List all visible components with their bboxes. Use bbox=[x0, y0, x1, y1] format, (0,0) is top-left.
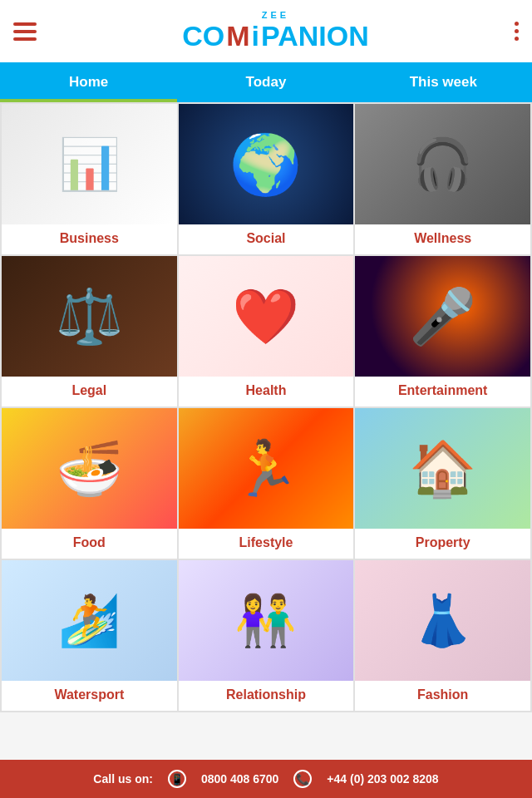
logo-figure-icon: i bbox=[252, 20, 259, 52]
category-image-lifestyle bbox=[179, 408, 354, 529]
category-label-watersport: Watersport bbox=[54, 681, 124, 711]
logo-zee-text: ZEE bbox=[182, 10, 369, 20]
tab-today[interactable]: Today bbox=[177, 62, 354, 102]
category-image-wellness bbox=[355, 104, 530, 224]
category-label-social: Social bbox=[246, 224, 285, 254]
category-label-food: Food bbox=[73, 529, 106, 559]
category-image-property bbox=[355, 408, 530, 529]
category-label-legal: Legal bbox=[71, 377, 106, 406]
category-label-lifestyle: Lifestyle bbox=[239, 529, 293, 559]
category-label-health: Health bbox=[246, 377, 287, 406]
category-image-relationship bbox=[179, 560, 354, 681]
category-label-fashion: Fashion bbox=[417, 681, 468, 711]
tab-home[interactable]: Home bbox=[0, 62, 177, 102]
category-image-watersport bbox=[2, 560, 177, 681]
category-label-relationship: Relationship bbox=[226, 681, 306, 711]
category-label-wellness: Wellness bbox=[414, 224, 471, 254]
menu-button[interactable] bbox=[13, 22, 37, 41]
footer-phone2[interactable]: +44 (0) 203 002 8208 bbox=[327, 772, 438, 786]
category-business[interactable]: Business bbox=[2, 104, 177, 254]
category-relationship[interactable]: Relationship bbox=[179, 560, 354, 711]
more-options-button[interactable] bbox=[515, 22, 519, 41]
category-image-fashion bbox=[355, 560, 530, 681]
category-label-property: Property bbox=[416, 529, 470, 559]
category-watersport[interactable]: Watersport bbox=[2, 560, 177, 711]
nav-tabs: Home Today This week bbox=[0, 62, 532, 102]
category-property[interactable]: Property bbox=[355, 408, 530, 559]
category-fashion[interactable]: Fashion bbox=[355, 560, 530, 711]
category-image-health bbox=[179, 256, 354, 377]
category-wellness[interactable]: Wellness bbox=[355, 104, 530, 254]
categories-grid: BusinessSocialWellnessLegalHealthEnterta… bbox=[0, 102, 532, 712]
category-health[interactable]: Health bbox=[179, 256, 354, 406]
category-image-legal bbox=[2, 256, 177, 377]
category-food[interactable]: Food bbox=[2, 408, 177, 559]
footer-call-us-label: Call us on: bbox=[93, 772, 153, 786]
category-image-food bbox=[2, 408, 177, 529]
logo-m: M bbox=[226, 20, 249, 52]
category-image-entertainment bbox=[355, 256, 530, 377]
mobile-phone-icon: 📱 bbox=[168, 770, 186, 788]
footer-call-bar: Call us on: 📱 0800 408 6700 📞 +44 (0) 20… bbox=[0, 760, 532, 798]
category-label-entertainment: Entertainment bbox=[398, 377, 488, 406]
category-social[interactable]: Social bbox=[179, 104, 354, 254]
tab-this-week[interactable]: This week bbox=[355, 62, 532, 102]
category-legal[interactable]: Legal bbox=[2, 256, 177, 406]
logo-panion: PANION bbox=[261, 20, 369, 52]
logo-main-text: CO M i PANION bbox=[182, 20, 369, 52]
footer-phone1[interactable]: 0800 408 6700 bbox=[201, 772, 278, 786]
app-logo: ZEE CO M i PANION bbox=[182, 10, 369, 52]
category-entertainment[interactable]: Entertainment bbox=[355, 256, 530, 406]
header: ZEE CO M i PANION bbox=[0, 0, 532, 62]
category-image-social bbox=[179, 104, 354, 224]
logo-co: CO bbox=[182, 20, 224, 52]
landline-phone-icon: 📞 bbox=[293, 770, 312, 788]
category-label-business: Business bbox=[60, 224, 119, 254]
category-image-business bbox=[2, 104, 177, 224]
category-lifestyle[interactable]: Lifestyle bbox=[179, 408, 354, 559]
